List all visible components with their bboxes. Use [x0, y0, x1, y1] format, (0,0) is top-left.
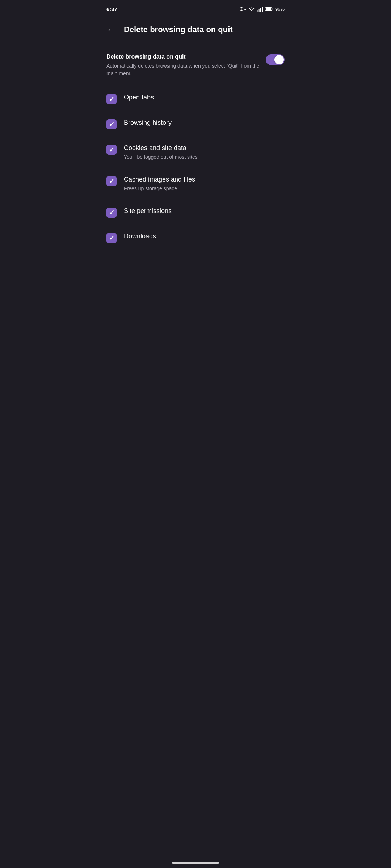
checkbox-item-downloads[interactable]: ✓ Downloads [98, 225, 293, 250]
downloads-checkbox[interactable]: ✓ [106, 233, 117, 243]
checkmark-icon: ✓ [109, 235, 114, 241]
svg-rect-10 [266, 8, 271, 10]
delete-on-quit-toggle[interactable] [266, 54, 285, 65]
cached-text: Cached images and files Frees up storage… [124, 175, 285, 192]
main-content: Delete browsing data on quit Automatical… [98, 43, 293, 253]
page-title: Delete browsing data on quit [124, 25, 233, 34]
status-icons: 96% [240, 7, 285, 12]
checkbox-item-browsing-history[interactable]: ✓ Browsing history [98, 111, 293, 137]
checkbox-item-cookies[interactable]: ✓ Cookies and site data You'll be logged… [98, 137, 293, 168]
checkbox-item-cached[interactable]: ✓ Cached images and files Frees up stora… [98, 168, 293, 200]
open-tabs-text: Open tabs [124, 93, 285, 102]
svg-rect-7 [260, 8, 261, 12]
checkmark-icon: ✓ [109, 209, 114, 216]
signal-icon [257, 7, 263, 12]
open-tabs-label: Open tabs [124, 93, 285, 102]
cookies-subtitle: You'll be logged out of most sites [124, 154, 285, 161]
key-icon [240, 7, 246, 12]
checkbox-item-site-permissions[interactable]: ✓ Site permissions [98, 200, 293, 225]
browsing-history-checkbox[interactable]: ✓ [106, 119, 117, 129]
battery-icon [265, 7, 273, 11]
status-bar: 6:37 [98, 0, 293, 17]
battery-percentage: 96% [275, 7, 285, 12]
downloads-label: Downloads [124, 232, 285, 241]
svg-rect-5 [257, 10, 258, 12]
cached-subtitle: Frees up storage space [124, 185, 285, 192]
toggle-knob [274, 55, 284, 64]
browsing-history-text: Browsing history [124, 119, 285, 127]
open-tabs-checkbox[interactable]: ✓ [106, 94, 117, 104]
back-button[interactable]: ← [105, 23, 117, 36]
cookies-checkbox[interactable]: ✓ [106, 145, 117, 155]
checkmark-icon: ✓ [109, 121, 114, 128]
cached-label: Cached images and files [124, 175, 285, 184]
back-arrow-icon: ← [106, 25, 115, 34]
site-permissions-text: Site permissions [124, 207, 285, 215]
svg-rect-6 [258, 9, 260, 12]
site-permissions-checkbox[interactable]: ✓ [106, 208, 117, 218]
home-indicator [172, 862, 219, 864]
cached-checkbox[interactable]: ✓ [106, 176, 117, 186]
toggle-title: Delete browsing data on quit [106, 54, 260, 60]
checkmark-icon: ✓ [109, 96, 114, 102]
checkbox-item-open-tabs[interactable]: ✓ Open tabs [98, 86, 293, 111]
wifi-icon [248, 7, 255, 12]
toggle-section: Delete browsing data on quit Automatical… [98, 46, 293, 86]
svg-rect-8 [262, 7, 263, 12]
status-time: 6:37 [106, 6, 117, 12]
toggle-text: Delete browsing data on quit Automatical… [106, 54, 260, 77]
site-permissions-label: Site permissions [124, 207, 285, 215]
page-header: ← Delete browsing data on quit [98, 17, 293, 43]
checkmark-icon: ✓ [109, 178, 114, 184]
svg-point-1 [241, 9, 242, 10]
cookies-label: Cookies and site data [124, 144, 285, 152]
toggle-description: Automatically deletes browsing data when… [106, 62, 260, 77]
cookies-text: Cookies and site data You'll be logged o… [124, 144, 285, 161]
downloads-text: Downloads [124, 232, 285, 241]
browsing-history-label: Browsing history [124, 119, 285, 127]
checkmark-icon: ✓ [109, 146, 114, 153]
